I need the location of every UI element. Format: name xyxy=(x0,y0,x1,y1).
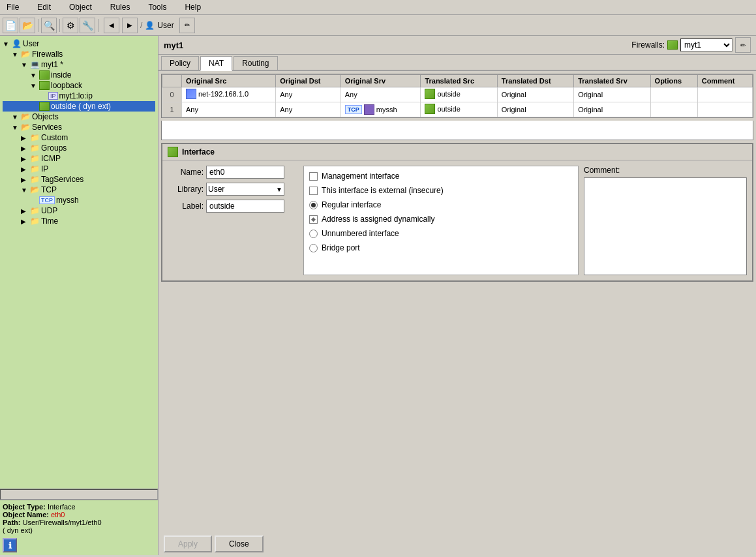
tree-item-tagservices[interactable]: ▶ 📁 TagServices xyxy=(3,174,155,185)
checkbox-external-label: This interface is external (insecure) xyxy=(322,186,444,195)
toolbar-search[interactable]: 🔍 xyxy=(41,18,57,33)
firewalls-dropdown[interactable]: myt1 xyxy=(680,38,733,52)
comment-textarea[interactable] xyxy=(584,177,747,275)
info-icon-row: ℹ xyxy=(3,538,155,552)
radio-dynamic-input[interactable]: ◆ xyxy=(309,215,318,224)
row0-options xyxy=(650,87,697,102)
apply-button[interactable]: Apply xyxy=(164,535,212,552)
row1-trans-dst: Original xyxy=(497,102,573,117)
breadcrumb-icon: 👤 xyxy=(145,21,155,30)
menu-rules[interactable]: Rules xyxy=(106,1,134,13)
toolbar-action1[interactable]: ⚙ xyxy=(63,18,78,33)
checkbox-mgmt-input[interactable] xyxy=(309,172,318,181)
tab-routing[interactable]: Routing xyxy=(234,56,277,70)
radio-regular[interactable]: Regular interface xyxy=(309,200,573,209)
radio-bridge[interactable]: Bridge port xyxy=(309,243,573,252)
name-input[interactable] xyxy=(206,166,284,179)
expand-icon-services: ▼ xyxy=(12,124,20,131)
nav-forward[interactable]: ▶ xyxy=(122,18,138,33)
hscroll[interactable] xyxy=(0,489,158,500)
menu-tools[interactable]: Tools xyxy=(144,1,170,13)
interface-panel: Interface Name: Library: User ▼ xyxy=(161,143,753,282)
menu-file[interactable]: File xyxy=(3,1,23,13)
radio-regular-input[interactable] xyxy=(309,201,318,209)
tree-item-time[interactable]: ▶ 📁 Time xyxy=(3,216,155,226)
breadcrumb-edit[interactable]: ✏ xyxy=(179,18,195,33)
tree-item-inside[interactable]: ▼ inside xyxy=(3,70,155,80)
tree-item-outside[interactable]: outside ( dyn ext) xyxy=(3,101,155,112)
table-row[interactable]: 0 net-192.168.1.0 Any Any xyxy=(162,87,753,102)
expand-icon-time: ▶ xyxy=(21,218,29,225)
expand-icon-groups: ▶ xyxy=(21,145,29,152)
row0-trans-srv: Original xyxy=(574,87,650,102)
obj-name-value: eth0 xyxy=(51,511,65,519)
radio-unnumbered-label: Unnumbered interface xyxy=(322,229,399,238)
library-value: User xyxy=(208,185,224,194)
firewall-icon-header xyxy=(667,40,678,50)
expand-icon-tagservices: ▶ xyxy=(21,176,29,183)
tree-item-services[interactable]: ▼ 📂 Services xyxy=(3,122,155,132)
row1-options xyxy=(650,102,697,117)
folder-icon-time: 📁 xyxy=(30,217,40,226)
label-input[interactable] xyxy=(206,200,284,213)
toolbar-action2[interactable]: 🔧 xyxy=(80,18,95,33)
firewalls-label: Firewalls: myt1 ✏ xyxy=(631,37,751,53)
tree-item-groups[interactable]: ▶ 📁 Groups xyxy=(3,143,155,153)
menu-edit[interactable]: Edit xyxy=(33,1,55,13)
toolbar-new[interactable]: 📄 xyxy=(3,18,18,33)
ssh-icon xyxy=(364,104,374,115)
expand-icon-udp: ▶ xyxy=(21,207,29,215)
col-num xyxy=(162,75,182,87)
obj-type-row: Object Type: Interface xyxy=(3,503,155,511)
tree-label-outside: outside ( dyn ext) xyxy=(51,102,111,111)
net-icon xyxy=(186,89,196,99)
expand-icon-custom: ▶ xyxy=(21,134,29,142)
firewalls-edit-btn[interactable]: ✏ xyxy=(735,37,751,53)
checkbox-external[interactable]: This interface is external (insecure) xyxy=(309,186,573,195)
radio-unnumbered[interactable]: Unnumbered interface xyxy=(309,229,573,238)
library-dropdown[interactable]: User ▼ xyxy=(206,183,284,196)
interface-icon-loopback xyxy=(39,81,50,90)
tree-label-time: Time xyxy=(41,217,58,226)
radio-dynamic-label: Address is assigned dynamically xyxy=(322,215,434,224)
tree-item-myssh[interactable]: TCP myssh xyxy=(3,195,155,205)
tree-item-icmp[interactable]: ▶ 📁 ICMP xyxy=(3,153,155,164)
firewalls-text: Firewalls: xyxy=(631,40,665,50)
close-button[interactable]: Close xyxy=(215,535,264,552)
interface-panel-header: Interface xyxy=(162,144,752,160)
radio-dynamic[interactable]: ◆ Address is assigned dynamically xyxy=(309,215,573,224)
table-row[interactable]: 1 Any Any TCP myssh xyxy=(162,102,753,117)
row0-trans-src-cell: outside xyxy=(425,89,460,99)
tree-item-udp[interactable]: ▶ 📁 UDP xyxy=(3,205,155,216)
ip-badge-icon: IP xyxy=(48,92,58,100)
checkbox-external-input[interactable] xyxy=(309,187,318,195)
tab-policy[interactable]: Policy xyxy=(161,56,199,70)
tree-label-loopback: loopback xyxy=(51,81,82,90)
interface-body: Name: Library: User ▼ Label: xyxy=(162,160,752,280)
tree-item-loopback[interactable]: ▼ loopback xyxy=(3,80,155,91)
tree-item-tcp[interactable]: ▼ 📂 TCP xyxy=(3,185,155,195)
tree-item-ip[interactable]: ▶ 📁 IP xyxy=(3,164,155,174)
library-label: Library: xyxy=(168,185,204,194)
radio-unnumbered-input[interactable] xyxy=(309,230,318,238)
tab-nat[interactable]: NAT xyxy=(200,56,232,71)
tree-item-objects[interactable]: ▼ 📂 Objects xyxy=(3,112,155,122)
tree-item-user[interactable]: ▼ 👤 User xyxy=(3,38,155,49)
toolbar-open[interactable]: 📂 xyxy=(20,18,35,33)
checkbox-mgmt[interactable]: Management interface xyxy=(309,172,573,181)
row0-trans-src-label: outside xyxy=(437,90,460,98)
interface-icon-outside xyxy=(39,102,50,111)
tree-item-firewalls[interactable]: ▼ 📂 Firewalls xyxy=(3,49,155,59)
row0-orig-srv: Any xyxy=(340,87,421,102)
tree-item-loip[interactable]: IP myt1:lo:ip xyxy=(3,91,155,101)
row1-trans-src: outside xyxy=(421,102,497,117)
expand-icon: ▼ xyxy=(3,40,10,48)
tree-item-custom[interactable]: ▶ 📁 Custom xyxy=(3,132,155,143)
nav-back[interactable]: ◀ xyxy=(104,18,119,33)
radio-bridge-input[interactable] xyxy=(309,244,318,252)
menu-help[interactable]: Help xyxy=(181,1,205,13)
menu-object[interactable]: Object xyxy=(65,1,96,13)
folder-open-icon: 📂 xyxy=(21,50,31,59)
tree-label-custom: Custom xyxy=(41,133,68,142)
tree-item-myt1[interactable]: ▼ 💻 myt1 * xyxy=(3,59,155,70)
